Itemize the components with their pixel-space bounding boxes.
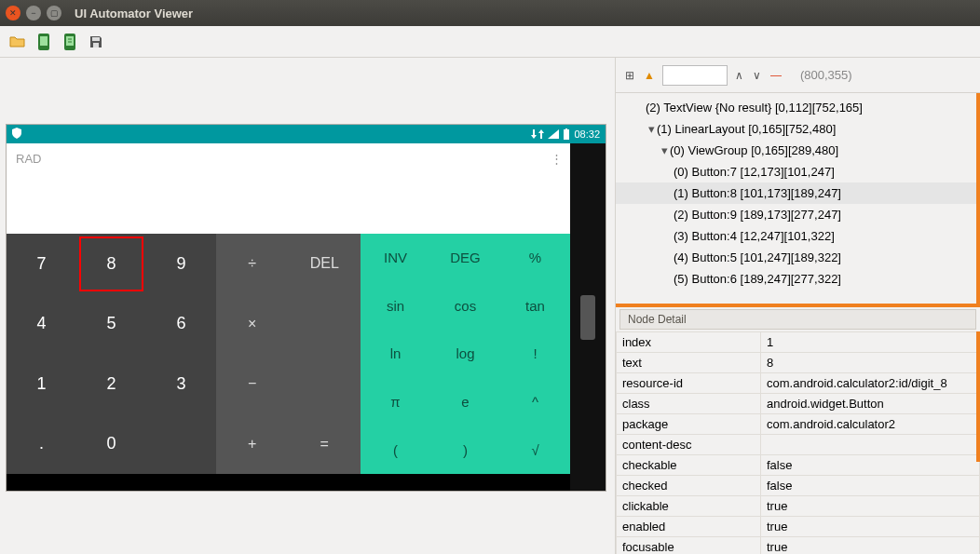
detail-panel[interactable]: index1text8resource-idcom.android.calcul… [616, 331, 980, 554]
digit-3-button[interactable]: 3 [146, 354, 216, 414]
screenshot-device-compressed-icon[interactable] [60, 32, 80, 52]
detail-value: false [761, 455, 980, 476]
operator-button[interactable]: = [289, 414, 361, 475]
tree-node[interactable]: (0) Button:7 [12,173][101,247] [616, 161, 980, 182]
tree-node[interactable]: ▾(1) LinearLayout [0,165][752,480] [616, 118, 980, 140]
android-nav-bar [570, 143, 606, 491]
signal-icon [548, 129, 559, 139]
advanced-pad: INVDEG%sincostanlnlog!πe^()√ [361, 234, 570, 474]
detail-header: Node Detail [619, 309, 976, 330]
svg-rect-1 [40, 36, 48, 46]
detail-row[interactable]: text8 [617, 353, 980, 373]
detail-row[interactable]: enabledtrue [617, 517, 980, 537]
tree-node-label: (4) Button:5 [101,247][189,322] [674, 250, 841, 264]
detail-value: 8 [761, 353, 980, 373]
operator-button[interactable]: ÷ [216, 234, 289, 294]
detail-row[interactable]: resource-idcom.android.calculator2:id/di… [617, 373, 980, 394]
tree-caret-icon[interactable]: ▾ [659, 140, 670, 161]
detail-value: true [761, 496, 980, 517]
expand-all-icon[interactable]: ⊞ [623, 69, 636, 82]
digit-1-button[interactable]: 1 [7, 354, 76, 414]
advanced-button[interactable]: cos [430, 282, 500, 331]
warning-icon[interactable]: ▲ [642, 69, 657, 82]
detail-row[interactable]: clickabletrue [617, 496, 980, 517]
operator-button[interactable]: × [216, 294, 289, 355]
tree-caret-icon[interactable]: ▾ [646, 118, 657, 140]
detail-row[interactable]: packagecom.android.calculator2 [617, 414, 980, 435]
tree-overflow-indicator [616, 304, 979, 307]
advanced-button[interactable]: e [430, 378, 500, 426]
title-bar: ✕ − ▢ UI Automator Viewer [0, 0, 980, 26]
operator-button[interactable]: − [216, 354, 289, 414]
status-time: 08:32 [574, 128, 600, 140]
digit-9-button[interactable]: 9 [146, 234, 216, 294]
save-icon[interactable] [86, 32, 106, 52]
tree-node-label: (0) ViewGroup [0,165][289,480] [670, 143, 838, 157]
svg-rect-7 [565, 128, 567, 130]
detail-key: focusable [617, 537, 761, 555]
advanced-button[interactable]: ^ [500, 378, 570, 426]
tree-node-label: (2) Button:9 [189,173][277,247] [674, 208, 841, 222]
tree-toolbar: ⊞ ▲ ∧ ∨ — (800,355) [616, 58, 980, 93]
search-input[interactable] [662, 65, 728, 86]
operator-empty [289, 294, 361, 355]
detail-row[interactable]: checkablefalse [617, 455, 980, 476]
detail-value: false [761, 476, 980, 496]
digit-4-button[interactable]: 4 [7, 294, 76, 355]
detail-value: android.widget.Button [761, 394, 980, 414]
advanced-button[interactable]: π [361, 378, 430, 426]
detail-row[interactable]: classandroid.widget.Button [617, 394, 980, 414]
advanced-button[interactable]: INV [361, 234, 430, 282]
digit-0-button[interactable]: 0 [76, 414, 146, 475]
search-next-icon[interactable]: ∨ [751, 69, 763, 82]
digit-8-button[interactable]: 8 [76, 234, 146, 294]
window-maximize-button[interactable]: ▢ [47, 6, 61, 20]
advanced-button[interactable]: % [500, 234, 570, 282]
digit-2-button[interactable]: 2 [76, 354, 146, 414]
advanced-button[interactable]: log [430, 330, 500, 378]
advanced-button[interactable]: ! [500, 330, 570, 378]
operator-button[interactable]: DEL [289, 234, 361, 294]
tree-node[interactable]: (4) Button:5 [101,247][189,322] [616, 247, 980, 268]
advanced-button[interactable]: tan [500, 282, 570, 331]
detail-row[interactable]: index1 [617, 332, 980, 353]
remove-icon[interactable]: — [769, 69, 783, 82]
nav-handle-icon[interactable] [580, 295, 595, 340]
digit-7-button[interactable]: 7 [7, 234, 76, 294]
tree-node[interactable]: ▾(0) ViewGroup [0,165][289,480] [616, 140, 980, 161]
tree-node[interactable]: (1) Button:8 [101,173][189,247] [616, 182, 980, 204]
advanced-button[interactable]: sin [361, 282, 430, 331]
shield-icon [12, 128, 21, 141]
search-prev-icon[interactable]: ∧ [733, 69, 745, 82]
digit-6-button[interactable]: 6 [146, 294, 216, 355]
detail-value: com.android.calculator2:id/digit_8 [761, 373, 980, 394]
advanced-button[interactable]: ) [430, 426, 500, 474]
calculator-display [7, 173, 572, 234]
operator-button[interactable]: + [216, 414, 289, 475]
detail-value: com.android.calculator2 [761, 414, 980, 435]
tree-node[interactable]: (2) TextView {No result} [0,112][752,165… [616, 97, 980, 118]
overflow-menu-icon[interactable]: ⋮ [551, 152, 563, 166]
operator-pad: ÷DEL×−+= [216, 234, 361, 474]
advanced-button[interactable]: √ [500, 426, 570, 474]
detail-row[interactable]: focusabletrue [617, 537, 980, 555]
open-icon[interactable] [7, 32, 28, 52]
window-minimize-button[interactable]: − [26, 6, 41, 20]
android-status-bar: 08:32 [7, 125, 606, 143]
window-close-button[interactable]: ✕ [6, 6, 20, 20]
tree-node[interactable]: (2) Button:9 [189,173][277,247] [616, 204, 980, 225]
digit-.-button[interactable]: . [7, 414, 76, 475]
hierarchy-tree[interactable]: (2) TextView {No result} [0,112][752,165… [616, 93, 980, 307]
detail-row[interactable]: checkedfalse [617, 476, 980, 496]
detail-key: checkable [617, 455, 761, 476]
digit-5-button[interactable]: 5 [76, 294, 146, 355]
advanced-button[interactable]: ln [361, 330, 430, 378]
screenshot-panel: 08:32 RAD ⋮ 789456123.0 ÷DEL×−+= INVDEG%… [0, 58, 615, 554]
screenshot-device-icon[interactable] [34, 32, 54, 52]
tree-node[interactable]: (3) Button:4 [12,247][101,322] [616, 225, 980, 247]
detail-row[interactable]: content-desc [617, 435, 980, 455]
detail-key: index [617, 332, 761, 353]
advanced-button[interactable]: DEG [430, 234, 500, 282]
tree-node[interactable]: (5) Button:6 [189,247][277,322] [616, 268, 980, 290]
advanced-button[interactable]: ( [361, 426, 430, 474]
